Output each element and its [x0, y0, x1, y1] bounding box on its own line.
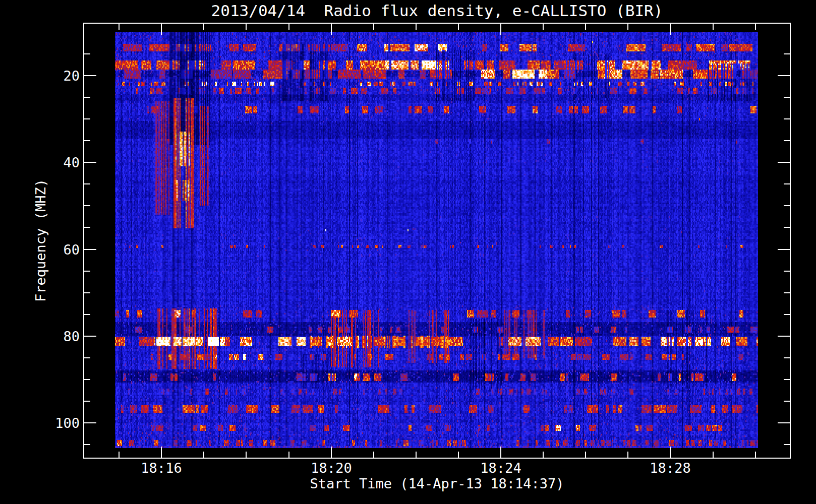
x-minor-tick	[119, 452, 120, 458]
y-major-tick	[84, 75, 96, 76]
y-minor-tick	[84, 183, 90, 184]
y-minor-tick-right	[784, 357, 790, 358]
y-tick-label: 40	[63, 155, 80, 170]
x-minor-tick	[755, 452, 756, 458]
y-minor-tick-right	[784, 97, 790, 98]
y-minor-tick	[84, 97, 90, 98]
x-minor-tick-top	[246, 24, 247, 30]
y-minor-tick	[84, 292, 90, 293]
x-tick-label: 18:28	[650, 460, 690, 476]
x-minor-tick	[416, 452, 417, 458]
y-minor-tick-right	[784, 227, 790, 228]
y-major-tick	[84, 249, 96, 250]
y-minor-tick	[84, 205, 90, 206]
y-minor-tick-right	[784, 205, 790, 206]
x-minor-tick-top	[713, 24, 714, 30]
y-minor-tick	[84, 401, 90, 402]
y-minor-tick-right	[784, 292, 790, 293]
x-major-tick-top	[500, 24, 501, 35]
x-minor-tick	[543, 452, 544, 458]
y-minor-tick-right	[784, 444, 790, 445]
x-minor-tick	[246, 452, 247, 458]
x-minor-tick	[585, 452, 586, 458]
y-minor-tick	[84, 53, 90, 54]
y-major-tick	[84, 336, 96, 337]
x-tick-label: 18:20	[311, 460, 352, 476]
y-minor-tick	[84, 357, 90, 358]
y-minor-tick	[84, 379, 90, 380]
x-minor-tick-top	[203, 24, 204, 30]
y-minor-tick-right	[784, 53, 790, 54]
x-minor-tick-top	[373, 24, 374, 30]
x-major-tick	[161, 447, 162, 458]
y-major-tick-right	[778, 249, 790, 250]
x-minor-tick-top	[585, 24, 586, 30]
y-minor-tick-right	[784, 271, 790, 272]
x-tick-label: 18:16	[141, 460, 182, 476]
plot-frame	[83, 23, 791, 459]
y-tick-label: 20	[63, 68, 80, 84]
x-minor-tick	[627, 452, 628, 458]
x-major-tick-top	[161, 24, 162, 35]
y-tick-label: 80	[63, 329, 80, 344]
y-major-tick-right	[778, 422, 790, 423]
y-minor-tick-right	[784, 314, 790, 315]
x-minor-tick	[203, 452, 204, 458]
x-minor-tick-top	[543, 24, 544, 30]
y-tick-label: 100	[55, 415, 80, 431]
x-major-tick	[670, 447, 671, 458]
x-major-tick-top	[331, 24, 332, 35]
y-minor-tick	[84, 118, 90, 119]
y-major-tick-right	[778, 75, 790, 76]
y-major-tick-right	[778, 336, 790, 337]
y-minor-tick-right	[784, 401, 790, 402]
x-minor-tick-top	[458, 24, 459, 30]
x-major-tick-top	[670, 24, 671, 35]
x-minor-tick	[713, 452, 714, 458]
spectrogram-canvas	[115, 32, 758, 448]
x-tick-label: 18:24	[480, 460, 521, 476]
x-minor-tick-top	[288, 24, 289, 30]
y-minor-tick-right	[784, 183, 790, 184]
x-minor-tick-top	[119, 24, 120, 30]
y-minor-tick-right	[784, 140, 790, 141]
y-minor-tick-right	[784, 118, 790, 119]
x-major-tick	[331, 447, 332, 458]
x-minor-tick	[458, 452, 459, 458]
y-axis-label: Frequency (MHZ)	[33, 179, 48, 302]
y-minor-tick-right	[784, 379, 790, 380]
y-minor-tick	[84, 314, 90, 315]
x-minor-tick-top	[627, 24, 628, 30]
x-minor-tick-top	[755, 24, 756, 30]
y-minor-tick	[84, 444, 90, 445]
x-major-tick	[500, 447, 501, 458]
y-major-tick	[84, 422, 96, 423]
chart-title: 2013/04/14 Radio flux density, e-CALLIST…	[83, 2, 791, 20]
spectrogram-page: { "chart_data": { "type": "heatmap", "ti…	[0, 0, 816, 504]
y-tick-label: 60	[63, 242, 80, 258]
x-axis-label: Start Time (14-Apr-13 18:14:37)	[83, 476, 791, 491]
y-major-tick	[84, 162, 96, 163]
y-minor-tick	[84, 140, 90, 141]
x-minor-tick	[288, 452, 289, 458]
y-minor-tick	[84, 271, 90, 272]
y-minor-tick	[84, 227, 90, 228]
x-minor-tick	[373, 452, 374, 458]
x-minor-tick-top	[416, 24, 417, 30]
y-major-tick-right	[778, 162, 790, 163]
